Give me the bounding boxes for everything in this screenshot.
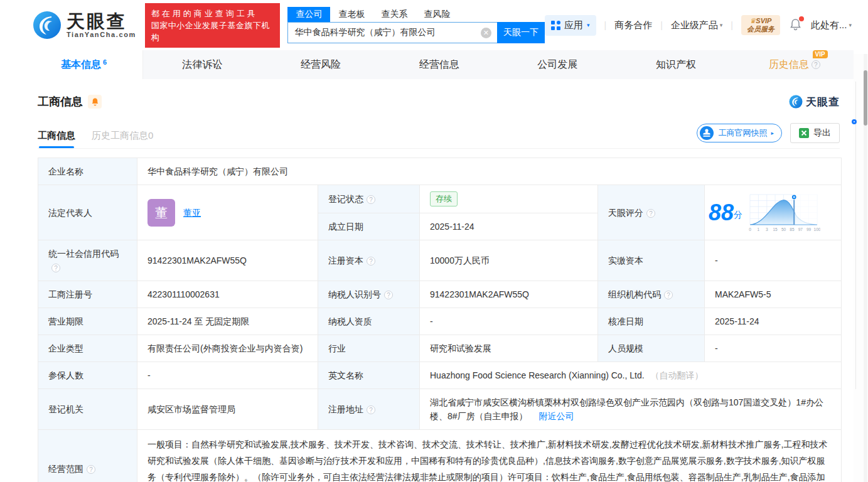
registered-capital-value: 10000万人民币 xyxy=(420,240,598,281)
svg-text:15: 15 xyxy=(773,227,778,232)
search-tab-boss[interactable]: 查老板 xyxy=(330,7,373,22)
nearby-companies-link[interactable]: 附近公司 xyxy=(538,411,574,421)
credit-code-value: 91422301MAK2AFW55Q xyxy=(137,240,318,281)
help-icon[interactable]: ? xyxy=(367,405,375,414)
tianyancha-logo-icon xyxy=(789,95,803,109)
stamp-icon xyxy=(699,126,714,141)
watermark-brand: 天眼查 xyxy=(806,95,840,109)
chevron-down-icon: ▾ xyxy=(849,22,852,28)
business-term-value: 2025-11-24 至 无固定期限 xyxy=(137,308,318,335)
paid-capital-value: - xyxy=(705,240,842,281)
field-label: 英文名称 xyxy=(318,362,420,389)
brand-domain: TianYanCha.com xyxy=(67,31,136,38)
legal-rep-avatar[interactable]: 董 xyxy=(147,199,175,227)
table-row: 企业类型 有限责任公司(外商投资企业与内资合资) 行业 研究和试验发展 人员规模… xyxy=(38,335,842,362)
svip-member-badge[interactable]: ♛SVIP 会员服务 xyxy=(741,15,780,35)
scrollbar-thumb[interactable] xyxy=(864,70,867,126)
tab-basic-info[interactable]: 基本信息 6 xyxy=(25,50,143,79)
registration-authority-value: 咸安区市场监督管理局 xyxy=(137,389,318,430)
field-label: 纳税人识别号? xyxy=(318,281,420,308)
subscribe-bell-button[interactable] xyxy=(88,95,102,109)
insured-count-value: - xyxy=(137,362,318,389)
legal-rep-cell: 董 董亚 xyxy=(137,185,318,240)
tianyancha-logo[interactable]: 天眼查 TianYanCha.com xyxy=(33,11,136,40)
auto-translate-note: （自动翻译） xyxy=(651,370,704,380)
field-label: 天眼评分? xyxy=(598,185,705,240)
field-label: 经营范围? xyxy=(38,430,137,482)
help-icon[interactable]: ? xyxy=(367,257,375,265)
search-button[interactable]: 天眼一下 xyxy=(497,22,545,43)
clear-search-icon[interactable]: ✕ xyxy=(481,28,491,38)
notification-bell[interactable] xyxy=(790,18,801,33)
company-type-value: 有限责任公司(外商投资企业与内资合资) xyxy=(137,335,318,362)
table-row: 法定代表人 董 董亚 登记状态? 存续 天眼评分? 88 分 xyxy=(38,185,842,213)
field-label: 纳税人资质 xyxy=(318,308,420,335)
tab-history-info[interactable]: 历史信息 VIP ? xyxy=(735,50,854,79)
search-tab-relation[interactable]: 查关系 xyxy=(373,7,415,22)
registration-number-value: 422301110002631 xyxy=(137,281,318,308)
help-icon[interactable]: ? xyxy=(664,291,673,299)
search-tab-company[interactable]: 查公司 xyxy=(287,7,330,22)
nav-enterprise-product[interactable]: 企业级产品 ▾ xyxy=(671,19,723,31)
table-row: 营业期限 2025-11-24 至 无固定期限 纳税人资质 - 核准日期 202… xyxy=(38,308,842,335)
help-icon[interactable]: ? xyxy=(367,195,375,204)
anchor-dot[interactable] xyxy=(852,119,857,124)
brand-slogan: 都在用的商业查询工具 国家中小企业发展子基金旗下机构 xyxy=(145,3,281,48)
notification-dot xyxy=(799,16,804,21)
score-distribution-chart: 0 1 3 15 50 85 97 99 100 xyxy=(746,192,820,233)
apps-grid-icon xyxy=(551,21,560,30)
search-input[interactable] xyxy=(287,22,497,43)
field-label: 注册地址? xyxy=(318,389,420,430)
tab-basic-count: 6 xyxy=(103,58,107,66)
status-badge: 存续 xyxy=(430,191,458,206)
chevron-down-icon: ▾ xyxy=(720,22,723,28)
apps-menu[interactable]: 应用 ▾ xyxy=(545,15,596,36)
subtab-history-business-info[interactable]: 历史工商信息0 xyxy=(92,130,153,148)
official-snapshot-button[interactable]: 工商官网快照 ▸ xyxy=(697,124,782,142)
tab-operation-risk[interactable]: 经营风险 xyxy=(262,50,380,79)
help-icon[interactable]: ? xyxy=(87,465,95,474)
user-menu[interactable]: 此处有... ▾ xyxy=(811,19,852,31)
apps-label: 应用 xyxy=(564,19,583,31)
bell-icon xyxy=(91,97,99,106)
help-icon[interactable]: ? xyxy=(384,291,393,299)
table-row: 经营范围? 一般项目：自然科学研究和试验发展,技术服务、技术开发、技术咨询、技术… xyxy=(38,430,842,482)
nav-business-cooperation[interactable]: 商务合作 xyxy=(614,19,652,31)
taxpayer-id-value: 91422301MAK2AFW55Q xyxy=(420,281,598,308)
field-label: 营业期限 xyxy=(38,308,137,335)
field-label: 成立日期 xyxy=(318,213,420,240)
score-unit: 分 xyxy=(734,208,742,222)
top-header: 天眼查 TianYanCha.com 都在用的商业查询工具 国家中小企业发展子基… xyxy=(0,0,868,50)
search-area: 查公司 查老板 查关系 查风险 ✕ 天眼一下 xyxy=(287,7,545,43)
tab-intellectual-property[interactable]: 知识产权 xyxy=(617,50,736,79)
company-name-value: 华中食品科学研究（咸宁）有限公司 xyxy=(137,158,842,185)
field-label: 企业类型 xyxy=(38,335,137,362)
divider: | xyxy=(604,20,607,30)
svg-text:99: 99 xyxy=(806,227,812,232)
tab-operation-info[interactable]: 经营信息 xyxy=(380,50,498,79)
legal-rep-link[interactable]: 董亚 xyxy=(183,206,201,220)
brand-name: 天眼查 xyxy=(67,12,136,31)
approved-date-value: 2025-11-24 xyxy=(705,308,842,335)
section-title: 工商信息 xyxy=(38,94,83,109)
svip-line2: 会员服务 xyxy=(747,25,774,33)
help-icon[interactable]: ? xyxy=(51,264,60,272)
english-name-cell: Huazhong Food Science Research (Xianning… xyxy=(420,362,842,389)
slogan-line2: 国家中小企业发展子基金旗下机构 xyxy=(151,19,274,43)
svg-text:0: 0 xyxy=(749,227,751,232)
help-icon[interactable]: ? xyxy=(646,209,655,218)
tab-company-development[interactable]: 公司发展 xyxy=(498,50,617,79)
table-row: 登记机关 咸安区市场监督管理局 注册地址? 湖北省咸宁市咸安区横沟桥镇栗林村双创… xyxy=(38,389,842,430)
tab-legal-lawsuits[interactable]: 法律诉讼 xyxy=(143,50,262,79)
establish-date-value: 2025-11-24 xyxy=(420,213,598,240)
table-row: 工商注册号 422301110002631 纳税人识别号? 91422301MA… xyxy=(38,281,842,308)
scrollbar[interactable] xyxy=(864,54,867,482)
field-label: 法定代表人 xyxy=(38,185,137,240)
export-button[interactable]: 导出 xyxy=(790,123,840,143)
tianyancha-watermark: 天眼查 xyxy=(789,95,840,109)
subtab-business-info[interactable]: 工商信息 xyxy=(38,130,75,148)
help-icon[interactable]: ? xyxy=(812,60,820,69)
search-tab-risk[interactable]: 查风险 xyxy=(415,7,458,22)
divider: | xyxy=(660,20,663,30)
svg-text:97: 97 xyxy=(798,227,803,232)
